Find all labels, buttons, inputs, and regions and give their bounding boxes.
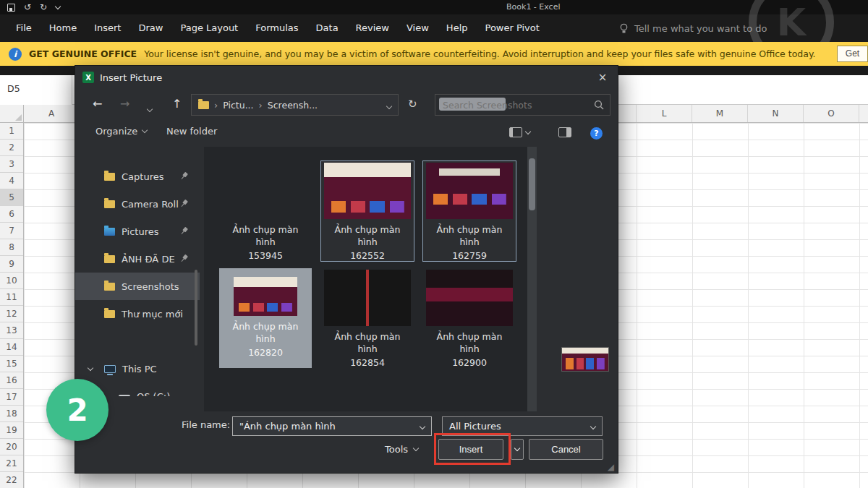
file-list-scrollbar[interactable] xyxy=(527,147,537,411)
search-input[interactable] xyxy=(435,95,610,115)
ribbon-tab[interactable]: File xyxy=(7,14,41,42)
save-icon[interactable] xyxy=(7,4,15,12)
row-header[interactable]: 21 xyxy=(0,455,23,472)
back-icon[interactable]: ← xyxy=(93,95,102,113)
navigation-pane: Captures Camera Roll xyxy=(75,147,200,411)
file-thumbnail xyxy=(324,270,411,326)
row-header[interactable]: 10 xyxy=(0,273,23,289)
ribbon-tab[interactable]: Formulas xyxy=(247,14,307,42)
sidebar-scrollbar[interactable] xyxy=(195,270,197,346)
row-header[interactable]: 5 xyxy=(0,189,23,206)
row-header[interactable]: 17 xyxy=(0,389,23,406)
pin-icon xyxy=(179,226,190,236)
row-header[interactable]: 15 xyxy=(0,356,23,372)
file-tile[interactable]: Ảnh chụp màn hình 162759 xyxy=(423,161,516,261)
row-header[interactable]: 2 xyxy=(0,140,23,156)
close-icon[interactable]: × xyxy=(587,66,618,89)
row-header[interactable]: 20 xyxy=(0,439,23,455)
cancel-button[interactable]: Cancel xyxy=(529,439,603,460)
row-header[interactable]: 6 xyxy=(0,206,23,223)
ribbon-tab[interactable]: Home xyxy=(41,14,85,42)
new-folder-button[interactable]: New folder xyxy=(166,126,217,137)
refresh-icon[interactable]: ↻ xyxy=(408,95,417,113)
preview-pane-icon[interactable] xyxy=(558,127,571,137)
expand-chevron-icon[interactable] xyxy=(88,365,93,371)
search-icon xyxy=(594,100,604,110)
row-header[interactable]: 7 xyxy=(0,223,23,239)
row-header[interactable]: 18 xyxy=(0,406,23,422)
row-header[interactable]: 13 xyxy=(0,322,23,339)
column-header[interactable]: L xyxy=(637,105,692,122)
insert-split-icon[interactable] xyxy=(511,439,524,460)
ribbon-tab[interactable]: Draw xyxy=(129,14,171,42)
pin-icon xyxy=(179,253,190,264)
ribbon-tab[interactable]: Power Pivot xyxy=(477,14,548,42)
file-tile[interactable]: Ảnh chụp màn hình 162900 xyxy=(423,268,516,368)
insert-button[interactable]: Insert xyxy=(438,439,503,460)
row-header[interactable]: 3 xyxy=(0,156,23,173)
row-header[interactable]: 1 xyxy=(0,123,23,140)
scrollbar-thumb[interactable] xyxy=(529,158,535,210)
tools-button[interactable]: Tools xyxy=(385,439,418,460)
sidebar-item[interactable]: Pictures xyxy=(75,218,200,245)
excel-window: ↺ ↻ Book1 - Excel FileHomeInsertDrawPage… xyxy=(0,0,868,488)
sidebar-item[interactable]: This PC xyxy=(75,355,200,382)
ribbon-tab[interactable]: Review xyxy=(347,14,398,42)
row-header[interactable]: 12 xyxy=(0,306,23,322)
sidebar-item[interactable]: Thư mục mới xyxy=(75,300,200,328)
up-icon[interactable]: ↑ xyxy=(172,95,182,113)
get-genuine-button[interactable]: Get g xyxy=(837,46,868,62)
sidebar-item[interactable]: Camera Roll xyxy=(75,190,200,218)
row-header[interactable]: 11 xyxy=(0,289,23,306)
ribbon-tab[interactable]: Insert xyxy=(85,14,129,42)
breadcrumb-item-pictures[interactable]: Pictu... xyxy=(223,100,253,111)
sidebar-item[interactable]: Captures xyxy=(75,163,200,190)
dialog-footer: File name: All Pictures Tools Insert Can… xyxy=(75,411,618,474)
row-header[interactable]: 4 xyxy=(0,173,23,189)
organize-button[interactable]: Organize xyxy=(95,126,147,137)
sidebar-item[interactable]: ẢNH ĐÃ DE xyxy=(75,245,200,273)
help-button[interactable]: ? xyxy=(590,127,603,140)
chevron-down-icon xyxy=(413,445,419,451)
column-header[interactable]: N xyxy=(748,105,804,122)
undo-icon[interactable]: ↺ xyxy=(24,0,31,14)
column-header[interactable]: A xyxy=(24,105,80,122)
tell-me-box[interactable]: Tell me what you want to do xyxy=(619,14,767,42)
file-tile[interactable]: Ảnh chụp màn hình 162854 xyxy=(321,268,414,368)
folder-icon xyxy=(104,228,115,236)
file-name-input[interactable] xyxy=(239,421,406,432)
address-dropdown-icon[interactable] xyxy=(387,100,391,111)
name-box[interactable]: D5 xyxy=(0,75,72,105)
file-tile[interactable]: Ảnh chụp màn hình 162820 xyxy=(219,268,312,368)
window-titlebar: ↺ ↻ Book1 - Excel xyxy=(0,0,868,14)
redo-icon[interactable]: ↻ xyxy=(40,0,47,14)
sidebar-item[interactable]: Screenshots xyxy=(75,273,200,300)
file-tile[interactable]: Ảnh chụp màn hình 162552 xyxy=(321,161,414,261)
ribbon-tab[interactable]: Page Layout xyxy=(171,14,247,42)
recent-locations-icon[interactable] xyxy=(148,99,152,116)
breadcrumb-separator: › xyxy=(214,100,218,111)
column-header[interactable]: M xyxy=(692,105,748,122)
ribbon-tab[interactable]: Help xyxy=(438,14,477,42)
file-name-combobox[interactable] xyxy=(232,416,432,436)
resize-grip[interactable]: ◢ xyxy=(608,462,614,472)
select-all-corner[interactable] xyxy=(0,105,24,123)
row-header[interactable]: 14 xyxy=(0,339,23,356)
row-header[interactable]: 22 xyxy=(0,472,23,488)
row-header[interactable]: 9 xyxy=(0,256,23,273)
drag-preview-thumbnail xyxy=(561,347,609,372)
file-type-combobox[interactable]: All Pictures xyxy=(442,416,603,436)
views-button[interactable] xyxy=(509,127,530,137)
customize-qat-icon[interactable] xyxy=(55,3,61,9)
column-header[interactable]: O xyxy=(804,105,859,122)
breadcrumb-item-screenshots[interactable]: Screensh... xyxy=(268,100,318,111)
row-header[interactable]: 8 xyxy=(0,239,23,256)
warning-badge: GET GENUINE OFFICE xyxy=(29,48,137,59)
file-tile[interactable]: Ảnh chụp màn hình 153945 xyxy=(219,161,312,261)
ribbon-tab[interactable]: View xyxy=(398,14,438,42)
ribbon-tab[interactable]: Data xyxy=(307,14,347,42)
pin-icon xyxy=(179,198,190,209)
row-header[interactable]: 19 xyxy=(0,422,23,439)
forward-icon[interactable]: → xyxy=(120,95,129,113)
row-header[interactable]: 16 xyxy=(0,372,23,389)
